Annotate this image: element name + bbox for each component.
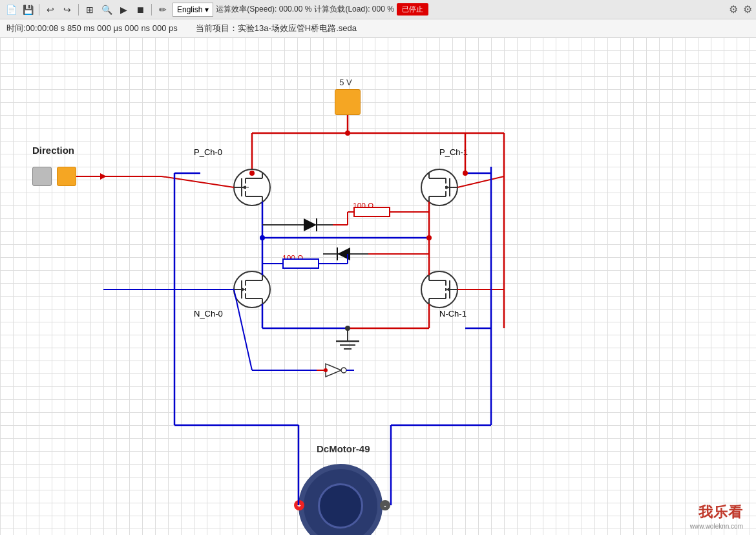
svg-point-28 [234, 271, 270, 308]
language-label: English [177, 5, 202, 14]
motor-plus-terminal: + [294, 500, 304, 510]
svg-marker-56 [304, 218, 317, 231]
separator3 [151, 4, 152, 16]
svg-marker-60 [337, 247, 350, 260]
pch0-mosfet[interactable] [234, 169, 270, 205]
settings-icon2[interactable]: ⚙ [743, 3, 752, 16]
svg-point-119 [426, 235, 432, 240]
orange-input-box [57, 167, 76, 186]
motor-inner [318, 483, 363, 529]
stop-button[interactable]: 已停止 [397, 3, 428, 16]
direction-label: Direction [32, 145, 74, 156]
settings-icon[interactable]: ⚙ [729, 3, 738, 16]
motor-label: DcMotor-49 [317, 443, 370, 454]
diode2[interactable] [323, 247, 368, 260]
diode1[interactable] [288, 218, 333, 231]
voltage-source[interactable] [335, 89, 361, 115]
circuit-canvas[interactable]: Direction 5 V P_Ch-0 P_Ch-1 N_Ch-0 N-Ch-… [0, 37, 756, 535]
svg-marker-94 [326, 364, 341, 377]
pch1-label: P_Ch-1 [439, 147, 468, 157]
new-file-icon[interactable]: 📄 [4, 3, 18, 17]
pch0-label: P_Ch-0 [194, 147, 222, 157]
time-display: 时间:00:00:08 s 850 ms 000 μs 000 ns 000 p… [6, 23, 178, 34]
timebar: 时间:00:00:08 s 850 ms 000 μs 000 ns 000 p… [0, 19, 756, 37]
watermark-text: 我乐看 [698, 503, 743, 522]
svg-point-17 [421, 169, 457, 205]
svg-line-90 [162, 176, 234, 187]
run-icon[interactable]: ▶ [116, 3, 131, 17]
zoom-fit-icon[interactable]: ⊞ [83, 3, 97, 17]
watermark-url: www.woleknn.com [690, 523, 743, 530]
svg-marker-15 [242, 185, 246, 189]
svg-point-95 [341, 368, 346, 373]
zoom-in-icon[interactable]: 🔍 [100, 3, 114, 17]
dc-motor [299, 464, 383, 535]
svg-marker-38 [242, 288, 246, 291]
separator [39, 4, 39, 16]
nch1-mosfet[interactable] [421, 271, 457, 308]
voltage-label: 5 V [333, 78, 359, 87]
save-icon[interactable]: 💾 [21, 3, 35, 17]
svg-marker-49 [446, 288, 450, 291]
redo-icon[interactable]: ↪ [60, 3, 74, 17]
gray-input-box [32, 167, 52, 186]
language-selector[interactable]: English ▾ [173, 3, 213, 17]
circuit-svg [0, 37, 756, 535]
toolbar: 📄 💾 ↩ ↪ ⊞ 🔍 ▶ ⏹ ✏ English ▾ 运算效率(Speed):… [0, 0, 756, 19]
nch0-label: N_Ch-0 [194, 309, 223, 319]
ground-symbol [336, 328, 359, 349]
pch1-mosfet[interactable] [421, 169, 457, 205]
nch0-mosfet[interactable] [234, 271, 270, 308]
buffer-symbol[interactable] [317, 364, 354, 377]
svg-line-92 [234, 289, 252, 370]
svg-point-39 [421, 271, 457, 308]
svg-point-117 [463, 171, 468, 176]
motor-minus-terminal: - [380, 500, 390, 510]
stop-icon[interactable]: ⏹ [133, 3, 147, 17]
r1-label: 100 Ω [353, 202, 373, 211]
svg-point-120 [345, 326, 350, 331]
nch1-label: N-Ch-1 [439, 309, 467, 319]
project-name: 当前项目：实验13a-场效应管H桥电路.seda [196, 23, 357, 34]
svg-point-97 [324, 368, 328, 372]
svg-point-116 [249, 171, 255, 176]
svg-point-115 [345, 131, 350, 136]
separator2 [78, 4, 79, 16]
svg-point-4 [234, 169, 270, 205]
svg-marker-122 [100, 173, 107, 180]
svg-point-118 [260, 235, 265, 240]
svg-marker-27 [446, 185, 450, 189]
speed-label: 运算效率(Speed): 000.00 % [216, 4, 311, 15]
svg-line-100 [457, 176, 504, 187]
load-label: 计算负载(Load): 000 % [314, 4, 394, 15]
cursor-icon[interactable]: ✏ [156, 3, 170, 17]
undo-icon[interactable]: ↩ [43, 3, 58, 17]
r2-label: 100 Ω [282, 254, 303, 263]
chevron-down-icon: ▾ [205, 5, 209, 14]
